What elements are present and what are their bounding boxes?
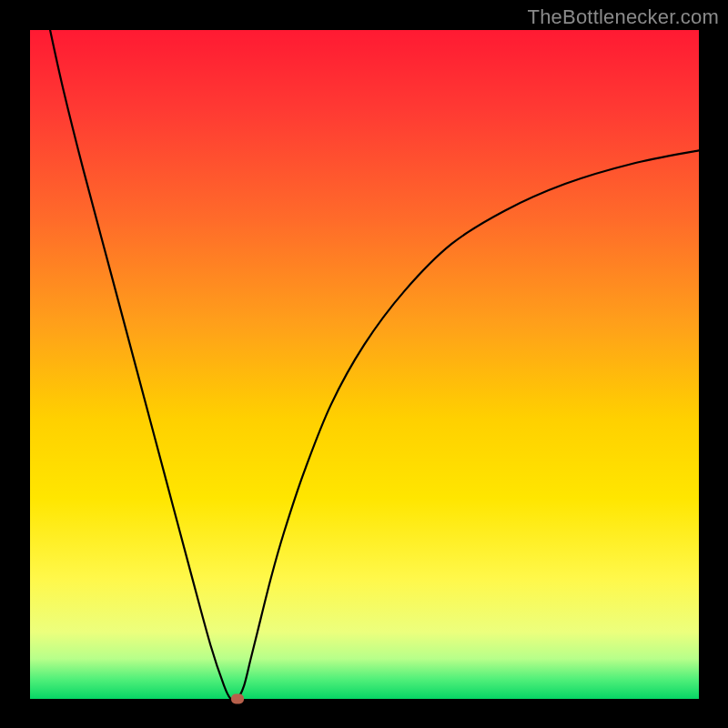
plot-area: [30, 30, 699, 699]
optimal-marker: [231, 694, 244, 704]
chart-frame: TheBottlenecker.com: [0, 0, 728, 728]
watermark-text: TheBottlenecker.com: [528, 5, 719, 29]
bottleneck-curve: [30, 30, 699, 699]
